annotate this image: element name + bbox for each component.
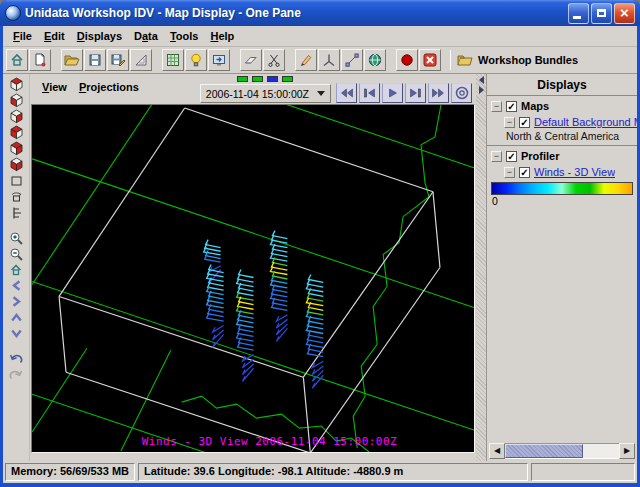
toolbar-field-selector-button[interactable]: [162, 49, 184, 71]
scroll-left-icon[interactable]: ◀: [489, 443, 505, 459]
toolbar-line-probe-button[interactable]: [341, 49, 363, 71]
menu-tools[interactable]: Tools: [164, 28, 205, 44]
view-cube-north-button[interactable]: [7, 109, 26, 124]
toolbar-cancel-button[interactable]: [419, 49, 441, 71]
minimize-button[interactable]: [568, 3, 589, 24]
pan-up-button[interactable]: [7, 310, 26, 325]
collapse-icon[interactable]: −: [491, 101, 502, 112]
rotate-view-icon: [10, 190, 23, 204]
menu-edit[interactable]: Edit: [38, 28, 71, 44]
toolbar-new-document-button[interactable]: [29, 49, 51, 71]
cancel-icon: [422, 52, 438, 68]
view-cube-top-button[interactable]: [7, 77, 26, 92]
toolbar-separator: [450, 50, 451, 70]
undo-icon: [9, 352, 23, 366]
displays-panel-title: Displays: [487, 74, 637, 95]
pan-right-button[interactable]: [7, 294, 26, 309]
displays-panel: Displays −✓Maps−✓Default Background Ma..…: [486, 74, 637, 461]
toolbar-angle-button[interactable]: [318, 49, 340, 71]
time-value: 2006-11-04 15:00:00Z: [206, 88, 309, 100]
toolbar-draw-button[interactable]: [295, 49, 317, 71]
display-group-maps: −✓Maps−✓Default Background Ma...North & …: [487, 95, 637, 145]
view-cube-west-button[interactable]: [7, 157, 26, 172]
pan-left-icon: [11, 280, 22, 291]
visibility-checkbox[interactable]: ✓: [519, 117, 530, 128]
toolbar-eraser-button[interactable]: [240, 49, 262, 71]
zoom-in-button[interactable]: [7, 230, 26, 245]
group-row-profiler: −✓Profiler: [487, 148, 637, 164]
fast-forward-button[interactable]: [428, 83, 449, 103]
zoom-out-button[interactable]: [7, 246, 26, 261]
display-item-link[interactable]: Default Background Ma...: [534, 116, 637, 128]
eraser-icon: [243, 52, 259, 68]
collapse-icon[interactable]: −: [504, 167, 515, 178]
rewind-button[interactable]: [336, 83, 357, 103]
toolbar-save-as-button[interactable]: [107, 49, 129, 71]
group-label: Profiler: [521, 150, 560, 162]
loop-button[interactable]: [451, 83, 472, 103]
display-item-link[interactable]: Winds - 3D View: [534, 166, 615, 178]
toolbar-tip-bulb-button[interactable]: [185, 49, 207, 71]
play-button[interactable]: [382, 83, 403, 103]
ruler-button[interactable]: [7, 205, 26, 220]
view-menu-projections[interactable]: Projections: [73, 79, 145, 95]
collapse-left-icon[interactable]: [479, 76, 484, 84]
close-button[interactable]: ×: [614, 3, 635, 24]
visibility-checkbox[interactable]: ✓: [506, 101, 517, 112]
view-cube-south-button[interactable]: [7, 141, 26, 156]
scrollbar-track[interactable]: [505, 443, 619, 459]
minimize-icon: [573, 16, 581, 19]
pan-down-button[interactable]: [7, 326, 26, 341]
visibility-checkbox[interactable]: ✓: [506, 151, 517, 162]
horizontal-scrollbar[interactable]: ◀ ▶: [489, 443, 635, 459]
cut-icon: [266, 52, 282, 68]
time-select[interactable]: 2006-11-04 15:00:00Z: [200, 84, 331, 103]
view-cube-north-icon: [10, 109, 23, 124]
pan-right-icon: [11, 296, 22, 307]
collapse-right-icon[interactable]: [479, 86, 484, 94]
main-toolbar: Workshop Bundles: [3, 47, 637, 74]
display-group-profiler: −✓Profiler−✓Winds - 3D View0: [487, 145, 637, 210]
menu-file[interactable]: File: [7, 28, 38, 44]
step-back-button[interactable]: [359, 83, 380, 103]
panel-splitter[interactable]: [476, 74, 486, 461]
scrollbar-thumb[interactable]: [505, 444, 583, 458]
collapse-icon[interactable]: −: [491, 151, 502, 162]
memory-status: Memory: 56/69/533 MB: [5, 463, 135, 481]
collapse-icon[interactable]: −: [504, 117, 515, 128]
step-back-icon: [362, 87, 377, 99]
toolbar-record-button[interactable]: [396, 49, 418, 71]
view-toolbar: [3, 74, 30, 461]
view-menu-view[interactable]: View: [36, 79, 73, 95]
menu-help[interactable]: Help: [204, 28, 240, 44]
undo-button[interactable]: [7, 351, 26, 366]
toolbar-home-button[interactable]: [6, 49, 28, 71]
toolbar-display-window-button[interactable]: [208, 49, 230, 71]
home-view-button[interactable]: [7, 262, 26, 277]
workshop-bundles-button[interactable]: Workshop Bundles: [457, 53, 578, 67]
view-cube-east-button[interactable]: [7, 125, 26, 140]
toolbar-set-square-button[interactable]: [130, 49, 152, 71]
view-cube-top-icon: [10, 77, 23, 92]
toolbar-cut-button[interactable]: [263, 49, 285, 71]
home-icon: [9, 52, 25, 68]
map-3d-scene: Winds - 3D View 2006-11-04 15:00:00Z: [32, 105, 474, 452]
displays-tree: −✓Maps−✓Default Background Ma...North & …: [487, 95, 637, 210]
maximize-button[interactable]: [591, 3, 612, 24]
toolbar-save-button[interactable]: [84, 49, 106, 71]
step-forward-button[interactable]: [405, 83, 426, 103]
menu-displays[interactable]: Displays: [71, 28, 128, 44]
map-3d-canvas[interactable]: Winds - 3D View 2006-11-04 15:00:00Z: [31, 104, 475, 453]
toolbar-globe-button[interactable]: [364, 49, 386, 71]
view-cube-bottom-button[interactable]: [7, 93, 26, 108]
scroll-right-icon[interactable]: ▶: [619, 443, 635, 459]
rotate-view-button[interactable]: [7, 189, 26, 204]
color-scale-bar[interactable]: [491, 182, 633, 195]
perspective-box-button[interactable]: [7, 173, 26, 188]
save-icon: [87, 52, 103, 68]
menu-data[interactable]: Data: [128, 28, 164, 44]
folder-icon: [457, 53, 473, 67]
pan-left-button[interactable]: [7, 278, 26, 293]
toolbar-open-folder-button[interactable]: [61, 49, 83, 71]
visibility-checkbox[interactable]: ✓: [519, 167, 530, 178]
